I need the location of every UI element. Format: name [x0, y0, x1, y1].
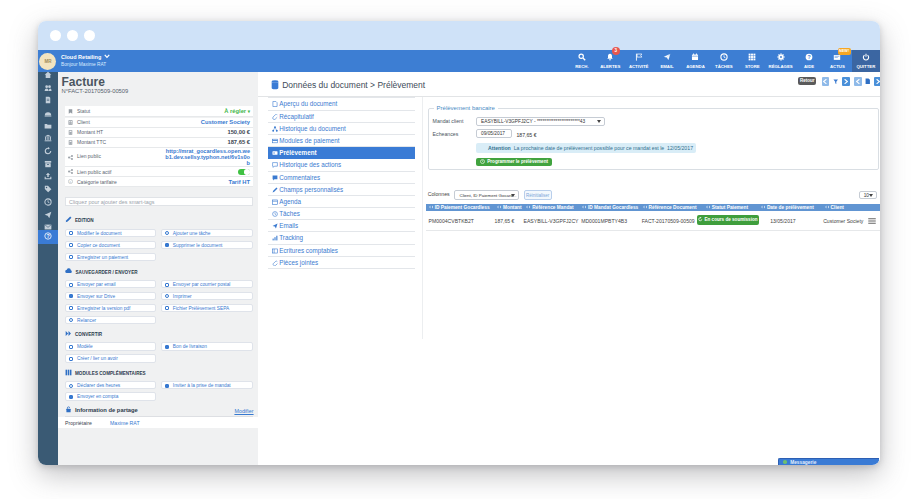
svg-text:?: ?	[807, 53, 810, 59]
svg-text:c: c	[70, 181, 72, 184]
svg-text:?: ?	[46, 233, 49, 239]
